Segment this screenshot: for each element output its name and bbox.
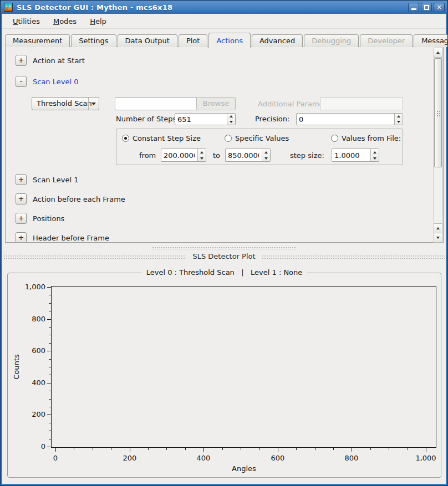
accordion-row-header-before-frame: +Header before Frame (6, 232, 433, 242)
scan-level-0-panel: Threshold Scan Browse Additional Paramet… (6, 97, 433, 165)
from-input[interactable] (161, 149, 197, 161)
x-major-tick (203, 448, 204, 452)
y-minor-tick (49, 295, 51, 295)
number-of-steps-input[interactable] (175, 114, 226, 125)
minimize-icon (411, 8, 416, 10)
tab-data-output[interactable]: Data Output (118, 34, 177, 47)
actions-accordion: +Action at Start-Scan Level 0 Threshold … (6, 48, 433, 242)
step-size-input[interactable] (332, 149, 370, 161)
arrow-up-icon (436, 52, 440, 54)
splitter-handle[interactable] (152, 247, 296, 250)
radio-specific-values[interactable]: Specific Values (225, 134, 289, 142)
tab-measurement[interactable]: Measurement (5, 34, 70, 47)
to-spinbox (225, 149, 271, 162)
spin-up-button[interactable] (262, 149, 270, 155)
close-icon: ✕ (436, 4, 441, 11)
section-label-scan-level-1: Scan Level 1 (33, 176, 78, 184)
section-label-action-at-start: Action at Start (33, 57, 85, 65)
spin-down-button[interactable] (395, 119, 403, 125)
expand-toggle-positions[interactable]: + (16, 213, 27, 224)
actions-tab-panel: +Action at Start-Scan Level 0 Threshold … (5, 47, 444, 243)
x-minor-tick (74, 448, 74, 450)
accordion-row-scan-level-0: -Scan Level 0 (6, 76, 433, 87)
accordion-row-action-at-start: +Action at Start (6, 55, 433, 66)
expand-toggle-action-at-start[interactable]: + (16, 55, 27, 66)
scan-script-input[interactable] (115, 97, 198, 110)
spin-arrows (370, 149, 379, 161)
spin-up-button[interactable] (227, 114, 235, 119)
maximize-icon (424, 5, 429, 10)
scrollbar-thumb[interactable] (434, 58, 442, 167)
combo-dropdown-section[interactable] (88, 98, 99, 110)
grip-dots-icon (436, 110, 440, 116)
minimize-button[interactable] (408, 3, 419, 12)
scroll-up-button[interactable] (434, 48, 442, 58)
menu-modes[interactable]: Modes (48, 15, 82, 28)
spin-up-button[interactable] (371, 149, 379, 155)
x-minor-tick (241, 448, 241, 450)
radio-circle-icon (331, 135, 338, 142)
x-minor-tick (166, 448, 167, 450)
y-tick-label: 0 (17, 442, 45, 451)
y-minor-tick (49, 423, 51, 423)
menu-help[interactable]: Help (85, 15, 111, 28)
radio-values-from-file[interactable]: Values from File: (331, 134, 401, 142)
precision-label: Precision: (255, 115, 289, 123)
additional-parameter-input (320, 97, 403, 110)
expand-toggle-scan-level-0[interactable]: - (16, 76, 27, 87)
step-size-spinbox (332, 149, 379, 162)
x-minor-tick (222, 448, 223, 450)
precision-spinbox (296, 113, 403, 125)
spin-down-button[interactable] (198, 155, 206, 161)
scroll-up-button-bottom[interactable] (434, 223, 442, 233)
radio-circle-icon (225, 135, 232, 142)
menu-utilities[interactable]: Utilities (8, 15, 45, 28)
y-major-tick (47, 351, 51, 351)
spin-up-button[interactable] (198, 149, 206, 155)
plot-section-title: SLS Detector Plot (186, 252, 261, 260)
arrow-down-icon (264, 157, 268, 160)
y-major-tick (47, 383, 51, 383)
tab-plot[interactable]: Plot (179, 34, 208, 47)
tab-settings[interactable]: Settings (71, 34, 116, 47)
tab-advanced[interactable]: Advanced (252, 34, 303, 47)
radio-constant-step-size[interactable]: Constant Step Size (122, 134, 201, 142)
title-bar: SLS Detector GUI : Mythen - mcs6x18 ✕ (1, 1, 447, 14)
x-minor-tick (389, 448, 389, 450)
expand-toggle-action-before-each-frame[interactable]: + (16, 193, 27, 204)
x-minor-tick (111, 448, 111, 450)
maximize-button[interactable] (421, 3, 432, 12)
section-label-scan-level-0: Scan Level 0 (33, 78, 78, 86)
section-label-header-before-frame: Header before Frame (33, 234, 109, 242)
radio-label: Constant Step Size (133, 134, 201, 142)
x-major-tick (55, 448, 56, 452)
x-major-tick (426, 448, 426, 452)
section-label-positions: Positions (33, 214, 64, 223)
precision-input[interactable] (297, 114, 394, 125)
y-tick-label: 200 (17, 410, 45, 418)
app-logo-icon (4, 3, 13, 12)
spin-arrows (394, 114, 403, 125)
scroll-down-button[interactable] (434, 233, 442, 242)
spin-down-button[interactable] (262, 155, 270, 161)
expand-toggle-scan-level-1[interactable]: + (16, 174, 27, 185)
tab-messages[interactable]: Messages (414, 34, 448, 47)
vertical-scrollbar[interactable] (434, 48, 442, 243)
spin-down-button[interactable] (227, 119, 235, 125)
arrow-up-icon (264, 151, 268, 154)
expand-toggle-header-before-frame[interactable]: + (16, 232, 27, 242)
to-input[interactable] (226, 149, 261, 161)
scan-mode-combobox[interactable]: Threshold Scan (32, 97, 99, 110)
x-minor-tick (315, 448, 315, 450)
y-minor-tick (49, 399, 51, 400)
spin-down-button[interactable] (371, 155, 379, 161)
arrow-down-icon (397, 121, 400, 123)
close-button[interactable]: ✕ (434, 3, 445, 12)
tab-actions[interactable]: Actions (208, 33, 251, 48)
y-tick-label: 800 (17, 315, 45, 323)
spin-up-button[interactable] (395, 114, 403, 119)
x-axis-label: Angles (218, 464, 269, 473)
arrow-down-icon (436, 237, 440, 239)
dotted-divider (262, 254, 445, 259)
number-of-steps-label: Number of Steps: (116, 115, 179, 123)
